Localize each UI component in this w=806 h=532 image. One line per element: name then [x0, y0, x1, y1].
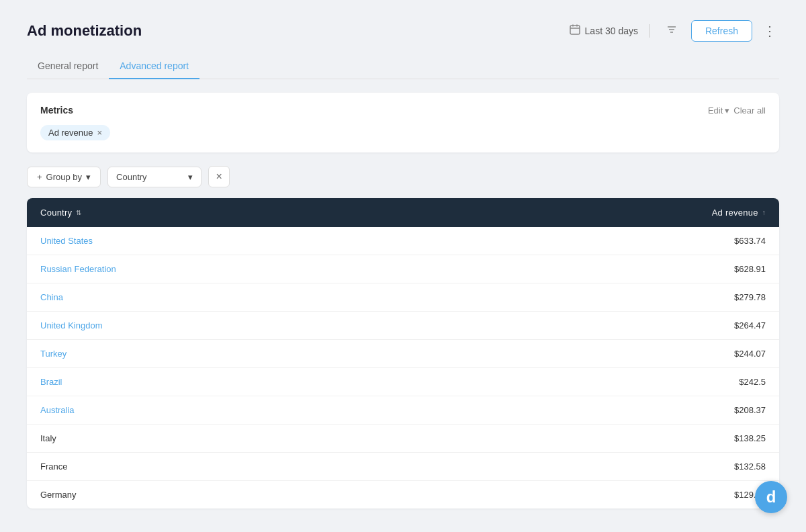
date-range-label: Last 30 days — [585, 26, 638, 36]
table-cell-ad-revenue: $129.59 — [447, 481, 779, 509]
groupby-selected-value: Country — [116, 172, 147, 182]
table-header-row: Country ⇅ Ad revenue ↑ — [27, 198, 779, 227]
filter-button[interactable] — [660, 21, 683, 41]
table-cell-ad-revenue: $244.07 — [447, 340, 779, 368]
metrics-card: Metrics Edit ▾ Clear all Ad revenue × — [27, 93, 779, 152]
table-cell-country: China — [27, 283, 447, 312]
table-row: Turkey$244.07 — [27, 340, 779, 368]
groupby-button[interactable]: + Group by ▾ — [27, 167, 101, 187]
groupby-country-select[interactable]: Country ▾ — [107, 167, 202, 187]
table-cell-ad-revenue: $264.47 — [447, 312, 779, 340]
close-icon: × — [216, 171, 222, 183]
table-cell-country: Italy — [27, 425, 447, 453]
edit-button[interactable]: Edit ▾ — [708, 105, 729, 116]
metrics-title: Metrics — [40, 105, 73, 116]
country-link[interactable]: Brazil — [40, 377, 62, 387]
page-title: Ad monetization — [27, 22, 142, 40]
table-cell-country: Australia — [27, 396, 447, 425]
table-row: Italy$138.25 — [27, 425, 779, 453]
table-row: United Kingdom$264.47 — [27, 312, 779, 340]
table-row: France$132.58 — [27, 453, 779, 481]
table-cell-country: United Kingdom — [27, 312, 447, 340]
country-link[interactable]: United Kingdom — [40, 320, 103, 330]
sort-icon-ad-revenue: ↑ — [762, 209, 766, 216]
metric-tag-ad-revenue: Ad revenue × — [40, 125, 110, 140]
groupby-label: Group by — [46, 172, 82, 182]
clear-all-button[interactable]: Clear all — [733, 105, 766, 116]
country-link[interactable]: United States — [40, 236, 93, 246]
table-cell-ad-revenue: $208.37 — [447, 396, 779, 425]
table-cell-ad-revenue: $138.25 — [447, 425, 779, 453]
country-link[interactable]: Russian Federation — [40, 264, 116, 274]
table-row: Germany$129.59 — [27, 481, 779, 509]
table-cell-ad-revenue: $242.5 — [447, 368, 779, 396]
table-row: Russian Federation$628.91 — [27, 255, 779, 283]
data-table: Country ⇅ Ad revenue ↑ United States$633… — [27, 198, 779, 508]
header-actions: Last 30 days Refresh ⋮ — [569, 20, 779, 42]
table-row: Brazil$242.5 — [27, 368, 779, 396]
country-link[interactable]: Australia — [40, 405, 75, 415]
metric-tag-label: Ad revenue — [48, 128, 93, 138]
chevron-down-icon: ▾ — [725, 105, 729, 116]
plus-icon: + — [37, 172, 42, 182]
refresh-button[interactable]: Refresh — [691, 20, 752, 42]
vertical-divider — [649, 24, 650, 38]
sort-icon-country: ⇅ — [76, 209, 81, 216]
table-row: China$279.78 — [27, 283, 779, 312]
table-cell-ad-revenue: $633.74 — [447, 227, 779, 255]
logo-badge: d — [755, 481, 787, 513]
table-cell-country: Brazil — [27, 368, 447, 396]
metric-tag-remove-button[interactable]: × — [97, 128, 103, 137]
table-cell-country: Russian Federation — [27, 255, 447, 283]
metrics-tags: Ad revenue × — [40, 125, 766, 140]
column-header-ad-revenue[interactable]: Ad revenue ↑ — [447, 198, 779, 227]
table-row: Australia$208.37 — [27, 396, 779, 425]
country-link[interactable]: Turkey — [40, 349, 66, 359]
table-cell-ad-revenue: $132.58 — [447, 453, 779, 481]
remove-groupby-button[interactable]: × — [208, 166, 230, 187]
tabs-container: General report Advanced report — [27, 54, 779, 79]
date-range: Last 30 days — [569, 24, 638, 38]
svg-rect-0 — [570, 26, 580, 34]
table-cell-country: France — [27, 453, 447, 481]
tab-advanced-report[interactable]: Advanced report — [109, 54, 199, 79]
column-header-country[interactable]: Country ⇅ — [27, 198, 447, 227]
calendar-icon — [569, 24, 581, 38]
chevron-down-icon: ▾ — [188, 172, 193, 182]
table-cell-country: Turkey — [27, 340, 447, 368]
country-link[interactable]: China — [40, 292, 63, 302]
metrics-actions: Edit ▾ Clear all — [708, 105, 766, 116]
page-header: Ad monetization Last 30 days — [27, 20, 779, 42]
table-cell-ad-revenue: $628.91 — [447, 255, 779, 283]
table-cell-country: Germany — [27, 481, 447, 509]
table-cell-country: United States — [27, 227, 447, 255]
metrics-header: Metrics Edit ▾ Clear all — [40, 105, 766, 116]
more-options-button[interactable]: ⋮ — [760, 24, 779, 38]
logo-letter: d — [766, 488, 776, 506]
table-cell-ad-revenue: $279.78 — [447, 283, 779, 312]
table-row: United States$633.74 — [27, 227, 779, 255]
chevron-down-icon: ▾ — [86, 172, 91, 182]
groupby-row: + Group by ▾ Country ▾ × — [27, 166, 779, 187]
tab-general-report[interactable]: General report — [27, 54, 109, 79]
